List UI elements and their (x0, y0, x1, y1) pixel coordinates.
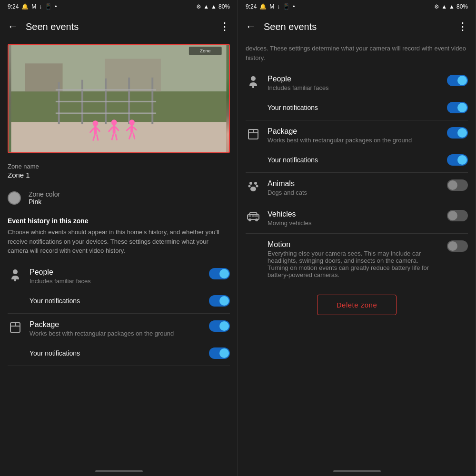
motion-toggle-thumb (448, 241, 457, 251)
people-notif-toggle[interactable] (209, 295, 230, 307)
animals-info: Animals Dogs and cats (268, 179, 440, 196)
package-toggle[interactable] (209, 320, 230, 332)
screen-title-right: Seen events (264, 21, 457, 32)
motion-toggle[interactable] (447, 240, 468, 252)
people-toggle-thumb (219, 269, 229, 278)
people-desc-r: Includes familiar faces (268, 84, 440, 91)
wifi-icon: ▲ (203, 3, 209, 10)
vehicles-toggle[interactable] (447, 210, 468, 221)
people-toggle-r[interactable] (447, 75, 468, 86)
svg-rect-26 (130, 125, 133, 133)
package-toggle-area-r (447, 127, 468, 139)
event-item-people-left: People Includes familiar faces (0, 261, 238, 291)
home-bar-left (95, 470, 143, 472)
people-notif-row-r: Your notifications (238, 98, 476, 120)
svg-point-19 (111, 119, 117, 125)
package-name: Package (30, 320, 202, 329)
svg-point-13 (92, 120, 98, 126)
download-icon: ↓ (39, 3, 42, 10)
people-icon-area (8, 268, 23, 282)
event-item-motion: Motion Everything else your camera sees.… (238, 234, 476, 285)
back-button-right[interactable]: ← (246, 20, 256, 33)
svg-rect-9 (151, 78, 153, 124)
event-history-desc: Choose which events should appear in thi… (8, 228, 230, 256)
package-desc-r: Works best with rectangular packages on … (268, 137, 440, 144)
vehicles-toggle-area (447, 210, 468, 221)
more-menu-left[interactable]: ⋮ (219, 20, 230, 33)
status-right-right: ⚙ ▲ ▲ 80% (434, 3, 468, 10)
animals-toggle[interactable] (447, 179, 468, 191)
camera-preview[interactable]: Zone (8, 44, 230, 153)
zone-color-label: Zone color (29, 190, 60, 198)
screen-title-left: Seen events (26, 21, 219, 32)
animals-icon (247, 180, 259, 193)
zone-name-label: Zone name (8, 163, 230, 170)
package-icon (9, 321, 21, 334)
package-info-r: Package Works best with rectangular pack… (268, 127, 440, 144)
download-icon-r: ↓ (277, 3, 280, 10)
camera-svg: Zone (9, 45, 229, 152)
svg-rect-2 (11, 122, 227, 152)
status-left-right: 9:24 🔔 M ↓ 📱 • (246, 3, 295, 10)
people-notif-toggle-r[interactable] (447, 102, 468, 113)
vehicles-desc: Moving vehicles (268, 219, 440, 227)
animals-toggle-area (447, 179, 468, 191)
notification-icon-r: 🔔 (259, 3, 267, 10)
phone-icon-r: 📱 (283, 3, 290, 10)
event-item-animals: Animals Dogs and cats (238, 173, 476, 203)
people-info-r: People Includes familiar faces (268, 75, 440, 91)
zone-name-value: Zone 1 (8, 171, 230, 179)
package-notif-toggle[interactable] (209, 347, 230, 359)
svg-rect-3 (25, 63, 63, 91)
status-left: 9:24 🔔 M ↓ 📱 • (8, 3, 57, 10)
time-left: 9:24 (8, 3, 19, 10)
event-item-people-right: People Includes familiar faces (238, 68, 476, 98)
package-notif-toggle-thumb (219, 348, 229, 358)
people-notif-label-r: Your notifications (268, 104, 318, 111)
event-history-title: Event history in this zone (8, 217, 230, 225)
email-icon: M (31, 3, 36, 10)
package-icon-r (247, 128, 259, 140)
motion-name: Motion (268, 240, 440, 249)
svg-rect-14 (94, 126, 97, 135)
vehicles-info: Vehicles Moving vehicles (268, 210, 440, 227)
motion-info: Motion Everything else your camera sees.… (268, 240, 440, 278)
delete-zone-button[interactable]: Delete zone (317, 295, 397, 315)
status-bar-right: 9:24 🔔 M ↓ 📱 • ⚙ ▲ ▲ 80% (238, 0, 476, 13)
notification-icon: 🔔 (21, 3, 29, 10)
people-toggle[interactable] (209, 268, 230, 279)
home-bar-right (333, 470, 381, 472)
more-menu-right[interactable]: ⋮ (457, 20, 468, 33)
home-indicator-right (238, 466, 476, 476)
animals-icon-area (246, 179, 261, 193)
status-right-left: ⚙ ▲ ▲ 80% (196, 3, 230, 10)
camera-image: Zone (9, 45, 229, 152)
scroll-content-right: devices. These settings determine what y… (238, 40, 476, 466)
zone-color-circle[interactable] (8, 191, 21, 205)
people-notif-label: Your notifications (30, 297, 80, 305)
vehicles-name: Vehicles (268, 210, 440, 218)
package-info: Package Works best with rectangular pack… (30, 320, 202, 337)
battery-left: 80% (218, 3, 230, 10)
right-panel: 9:24 🔔 M ↓ 📱 • ⚙ ▲ ▲ 80% ← Seen events ⋮… (238, 0, 476, 476)
scrolled-text: devices. These settings determine what y… (238, 40, 476, 68)
person-icon (10, 269, 21, 282)
svg-rect-53 (255, 215, 258, 217)
package-icon-area-r (246, 127, 261, 140)
package-toggle-thumb (219, 321, 229, 331)
time-right: 9:24 (246, 3, 257, 10)
email-icon-r: M (269, 3, 274, 10)
event-history-section: Event history in this zone Choose which … (0, 211, 238, 261)
signal-icon: ▲ (211, 3, 217, 10)
motion-desc: Everything else your camera sees. This m… (268, 250, 440, 278)
back-button-left[interactable]: ← (8, 20, 18, 33)
svg-point-46 (256, 185, 258, 188)
package-toggle-r[interactable] (447, 127, 468, 139)
vehicles-icon-area (246, 210, 261, 221)
package-name-r: Package (268, 127, 440, 136)
package-notif-toggle-r[interactable] (447, 154, 468, 166)
settings-icon-r: ⚙ (434, 3, 439, 10)
svg-rect-5 (58, 82, 60, 124)
people-notif-toggle-thumb (219, 296, 229, 306)
package-notif-label-r: Your notifications (268, 156, 318, 164)
